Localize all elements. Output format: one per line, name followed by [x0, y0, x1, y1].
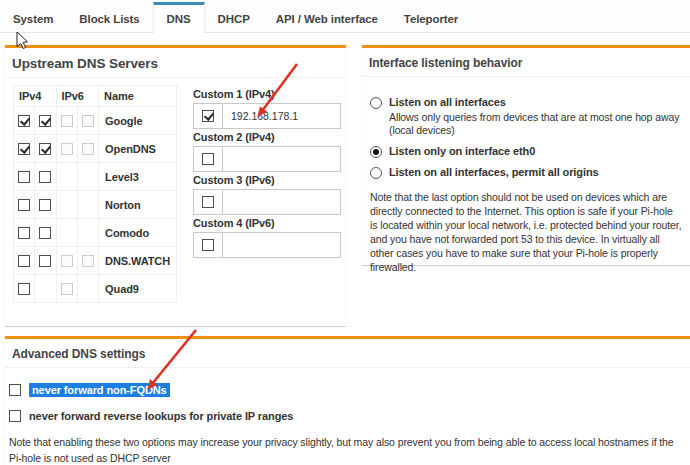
custom-dns-input[interactable]: [223, 103, 341, 129]
radio-button[interactable]: [370, 97, 382, 109]
option-never-forward-non-fqdns[interactable]: never forward non-FQDNs: [9, 383, 684, 397]
ipv6-checkbox[interactable]: [61, 115, 73, 127]
custom-dns-input[interactable]: [223, 232, 341, 258]
radio-option-all-interfaces[interactable]: Listen on all interfaces: [370, 96, 682, 110]
custom-dns-input-group: [193, 146, 341, 172]
ipv4-checkbox[interactable]: [18, 115, 30, 127]
table-row: Quad9: [14, 275, 177, 303]
radio-button[interactable]: [370, 146, 382, 158]
table-row: DNS.WATCH: [14, 247, 177, 275]
ipv6-checkbox[interactable]: [61, 283, 73, 295]
tab-system[interactable]: System: [0, 2, 66, 32]
server-name: Google: [99, 107, 177, 135]
tab-api-web-interface[interactable]: API / Web interface: [263, 2, 391, 32]
advanced-dns-panel: Advanced DNS settings never forward non-…: [5, 336, 690, 465]
ipv4-checkbox[interactable]: [39, 115, 51, 127]
server-name: Comodo: [99, 219, 177, 247]
custom-dns-label: Custom 2 (IPv4): [193, 131, 341, 143]
ipv4-checkbox[interactable]: [39, 255, 51, 267]
custom-dns-checkbox[interactable]: [202, 153, 214, 165]
custom-dns-input-group: [193, 103, 341, 129]
ipv4-checkbox[interactable]: [39, 143, 51, 155]
table-row: Google: [14, 107, 177, 135]
tab-block-lists[interactable]: Block Lists: [66, 2, 152, 32]
ipv4-checkbox[interactable]: [39, 171, 51, 183]
table-row: Comodo: [14, 219, 177, 247]
interface-listening-panel: Interface listening behavior Listen on a…: [362, 45, 690, 265]
custom-dns-label: Custom 1 (IPv4): [193, 88, 341, 100]
custom-dns-checkbox[interactable]: [202, 196, 214, 208]
ipv4-checkbox[interactable]: [18, 283, 30, 295]
ipv4-checkbox[interactable]: [39, 227, 51, 239]
server-name: Norton: [99, 191, 177, 219]
tab-dhcp[interactable]: DHCP: [205, 2, 263, 32]
advanced-note-text: Note that enabling these two options may…: [9, 434, 684, 465]
checkbox-label: never forward reverse lookups for privat…: [29, 410, 293, 422]
custom-dns-input[interactable]: [223, 146, 341, 172]
server-name: Quad9: [99, 275, 177, 303]
table-row: Norton: [14, 191, 177, 219]
custom-dns-column: Custom 1 (IPv4) Custom 2 (IPv4) Custom 3…: [193, 85, 341, 260]
option-never-forward-reverse-lookups[interactable]: never forward reverse lookups for privat…: [9, 410, 684, 422]
ipv4-checkbox[interactable]: [18, 143, 30, 155]
server-name: Level3: [99, 163, 177, 191]
column-ipv4: IPv4: [14, 86, 57, 107]
checkbox[interactable]: [9, 410, 21, 422]
interface-listening-title: Interface listening behavior: [362, 48, 690, 77]
custom-dns-checkbox-addon: [193, 146, 223, 172]
table-header-row: IPv4 IPv6 Name: [14, 86, 177, 107]
custom-dns-checkbox[interactable]: [202, 110, 214, 122]
table-row: Level3: [14, 163, 177, 191]
ipv4-checkbox[interactable]: [18, 255, 30, 267]
custom-dns-input-group: [193, 232, 341, 258]
tab-teleporter[interactable]: Teleporter: [391, 2, 471, 32]
ipv6-checkbox[interactable]: [82, 255, 94, 267]
ipv4-checkbox[interactable]: [18, 227, 30, 239]
radio-option-description: Allows only queries from devices that ar…: [389, 111, 682, 138]
radio-option-permit-all-origins[interactable]: Listen on all interfaces, permit all ori…: [370, 166, 682, 180]
tab-dns[interactable]: DNS: [153, 2, 205, 33]
table-row: OpenDNS: [14, 135, 177, 163]
radio-option-label: Listen on all interfaces, permit all ori…: [389, 166, 599, 180]
radio-option-label: Listen on all interfaces: [389, 96, 506, 110]
custom-dns-input[interactable]: [223, 189, 341, 215]
settings-tabs: System Block Lists DNS DHCP API / Web in…: [0, 0, 690, 33]
server-name: OpenDNS: [99, 135, 177, 163]
custom-dns-input-group: [193, 189, 341, 215]
checkbox[interactable]: [9, 384, 21, 396]
custom-dns-checkbox[interactable]: [202, 239, 214, 251]
checkbox-label: never forward non-FQDNs: [29, 383, 170, 397]
server-name: DNS.WATCH: [99, 247, 177, 275]
column-name: Name: [99, 86, 177, 107]
radio-option-label: Listen only on interface eth0: [389, 145, 535, 159]
ipv6-checkbox[interactable]: [61, 255, 73, 267]
upstream-dns-table: IPv4 IPv6 Name Google: [13, 85, 177, 303]
upstream-dns-panel: Upstream DNS Servers IPv4 IPv6 Name: [5, 45, 346, 326]
ipv6-checkbox[interactable]: [82, 115, 94, 127]
radio-option-eth0-only[interactable]: Listen only on interface eth0: [370, 145, 682, 159]
pihole-settings-page: System Block Lists DNS DHCP API / Web in…: [0, 0, 690, 465]
custom-dns-checkbox-addon: [193, 189, 223, 215]
custom-dns-checkbox-addon: [193, 232, 223, 258]
custom-dns-checkbox-addon: [193, 103, 223, 129]
ipv6-checkbox[interactable]: [61, 143, 73, 155]
ipv4-checkbox[interactable]: [18, 171, 30, 183]
ipv4-checkbox[interactable]: [18, 199, 30, 211]
ipv6-checkbox[interactable]: [82, 143, 94, 155]
ipv4-checkbox[interactable]: [39, 199, 51, 211]
custom-dns-label: Custom 4 (IPv6): [193, 217, 341, 229]
advanced-dns-title: Advanced DNS settings: [5, 339, 690, 368]
custom-dns-label: Custom 3 (IPv6): [193, 174, 341, 186]
radio-button[interactable]: [370, 167, 382, 179]
upstream-dns-title: Upstream DNS Servers: [5, 48, 346, 78]
column-ipv6: IPv6: [56, 86, 99, 107]
interface-note-text: Note that the last option should not be …: [370, 190, 682, 275]
